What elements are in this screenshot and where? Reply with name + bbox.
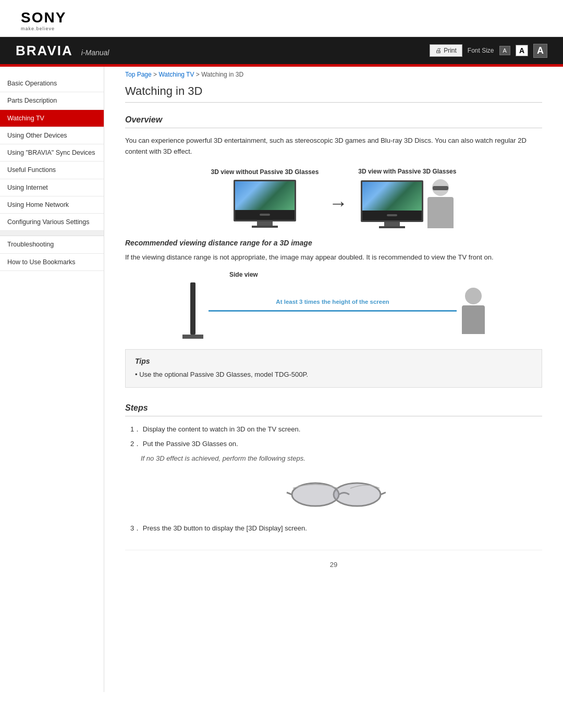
sidebar-item-configuring-various[interactable]: Configuring Various Settings (0, 214, 104, 231)
top-bar: SONY make.believe (0, 0, 563, 37)
breadcrumb-top-page[interactable]: Top Page (125, 71, 152, 78)
step-2-sub: If no 3D effect is achieved, perform the… (125, 453, 542, 464)
sidebar-item-how-to-bookmarks[interactable]: How to Use Bookmarks (0, 254, 104, 271)
step-1-text: Display the content to watch in 3D on th… (143, 425, 301, 433)
font-size-small-button[interactable]: A (499, 46, 510, 55)
sidebar-item-using-internet[interactable]: Using Internet (0, 179, 104, 196)
step-2-text: Put the Passive 3D Glasses on. (143, 440, 238, 448)
svg-point-2 (292, 484, 338, 505)
side-view-diagram: At least 3 times the height of the scree… (182, 282, 485, 339)
page-number: 29 (125, 550, 542, 579)
header-controls: 🖨 Print Font Size A A A (430, 44, 547, 58)
recommended-viewing-section: Recommended viewing distance range for a… (125, 239, 542, 339)
person-side-head (465, 288, 482, 304)
font-size-large-button[interactable]: A (533, 44, 547, 58)
recommended-viewing-body: If the viewing distance range is not app… (125, 252, 542, 263)
step-1: 1． Display the content to watch in 3D on… (125, 424, 542, 435)
diagram-with-glasses: 3D view with Passive 3D Glasses (358, 168, 456, 228)
sidebar-item-using-home-network[interactable]: Using Home Network (0, 196, 104, 214)
print-icon: 🖨 (435, 47, 442, 54)
sidebar-item-useful-functions[interactable]: Useful Functions (0, 162, 104, 179)
tv-box-right (361, 180, 423, 222)
tv-screen-left (235, 181, 295, 211)
diagram-without-label: 3D view without Passive 3D Glasses (211, 168, 319, 176)
manual-label: i-Manual (81, 48, 109, 57)
tv-side-panel (190, 282, 195, 335)
measurement-label: At least 3 times the height of the scree… (276, 299, 389, 305)
step-3-text: Press the 3D button to display the [3D D… (143, 524, 307, 532)
page-title: Watching in 3D (125, 84, 542, 103)
breadcrumb: Top Page > Watching TV > Watching in 3D (125, 67, 542, 84)
diagram-arrow: → (329, 192, 348, 214)
tv-base-left (252, 226, 278, 228)
glasses-illustration (125, 473, 542, 514)
breadcrumb-watching-tv[interactable]: Watching TV (158, 71, 194, 78)
overview-body: You can experience powerful 3D entertain… (125, 135, 542, 157)
tv-stand-left (257, 221, 273, 226)
step-3: 3． Press the 3D button to display the [3… (125, 523, 542, 534)
tips-box: Tips Use the optional Passive 3D Glasses… (125, 349, 542, 388)
font-size-medium-button[interactable]: A (516, 45, 528, 56)
recommended-viewing-heading: Recommended viewing distance range for a… (125, 239, 542, 247)
tv-base-right (379, 226, 405, 228)
diagram-3d: 3D view without Passive 3D Glasses → 3D … (125, 168, 542, 228)
sidebar-item-using-bravia-sync[interactable]: Using "BRAVIA" Sync Devices (0, 144, 104, 162)
tv-side-base (182, 335, 203, 339)
side-view-diagram-container: Side view At least 3 times the height of… (125, 271, 542, 339)
sidebar-item-watching-tv[interactable]: Watching TV (0, 110, 104, 127)
tv-stand-right (384, 222, 400, 226)
step-2: 2． Put the Passive 3D Glasses on. (125, 438, 542, 450)
steps-heading: Steps (125, 403, 542, 416)
tips-title: Tips (135, 357, 532, 365)
step-1-number: 1． (130, 425, 141, 433)
tv-without-glasses (234, 180, 296, 228)
person-side-view (462, 288, 485, 334)
diagram-with-label: 3D view with Passive 3D Glasses (358, 168, 456, 175)
measurement-line: At least 3 times the height of the scree… (209, 310, 457, 312)
step-3-number: 3． (130, 524, 141, 532)
content-area: Top Page > Watching TV > Watching in 3D … (104, 67, 563, 692)
diagram-without-glasses: 3D view without Passive 3D Glasses (211, 168, 319, 228)
sidebar-item-troubleshooting[interactable]: Troubleshooting (0, 236, 104, 253)
header-bar: BRAVIA i-Manual 🖨 Print Font Size A A A (0, 37, 563, 64)
glasses-svg (282, 473, 386, 514)
brand-name: BRAVIA (16, 43, 73, 59)
tv-screen-right (362, 182, 422, 211)
breadcrumb-separator-2: > (196, 71, 201, 78)
glasses-on-face (433, 186, 448, 190)
overview-heading: Overview (125, 115, 542, 128)
overview-section: Overview You can experience powerful 3D … (125, 115, 542, 157)
person-head (432, 179, 449, 196)
svg-point-3 (334, 484, 380, 505)
steps-list: 1． Display the content to watch in 3D on… (125, 424, 542, 464)
tv-side-view (182, 282, 203, 339)
sidebar-item-basic-operations[interactable]: Basic Operations (0, 75, 104, 92)
breadcrumb-separator-1: > (153, 71, 158, 78)
sidebar-divider (0, 231, 104, 236)
main-layout: Basic Operations Parts Description Watch… (0, 67, 563, 692)
steps-section: Steps 1． Display the content to watch in… (125, 403, 542, 534)
sidebar: Basic Operations Parts Description Watch… (0, 67, 104, 692)
person-body (427, 197, 454, 228)
tv-right-wrapper (361, 180, 423, 228)
step-2-number: 2． (130, 440, 141, 448)
sidebar-item-using-other-devices[interactable]: Using Other Devices (0, 127, 104, 144)
font-size-label: Font Size (468, 47, 494, 54)
person-figure-with-glasses (427, 179, 454, 228)
sony-logo: SONY make.believe (21, 9, 542, 31)
steps-list-2: 3． Press the 3D button to display the [3… (125, 523, 542, 534)
sidebar-item-parts-description[interactable]: Parts Description (0, 92, 104, 109)
tv-box-left (234, 180, 296, 221)
bravia-title: BRAVIA i-Manual (16, 43, 109, 59)
tips-item-1: Use the optional Passive 3D Glasses, mod… (135, 369, 532, 380)
person-side-body (462, 305, 485, 334)
breadcrumb-current: Watching in 3D (201, 71, 243, 78)
print-button[interactable]: 🖨 Print (430, 44, 462, 57)
diagram-with-person (361, 179, 454, 228)
side-view-label: Side view (125, 271, 542, 278)
